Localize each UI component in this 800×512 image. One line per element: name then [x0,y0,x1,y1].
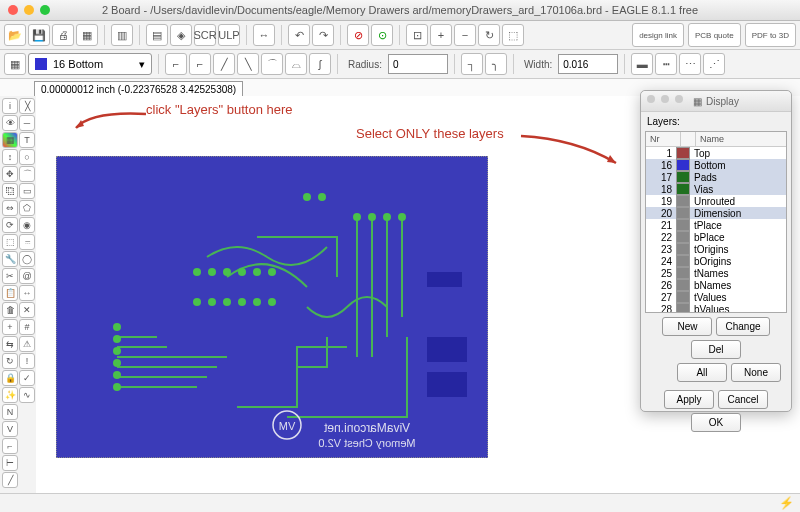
route-icon[interactable]: ╱ [2,472,18,488]
layer-row[interactable]: 17Pads [646,171,786,183]
wirestyle-1-icon[interactable]: ⌐ [165,53,187,75]
layer-row[interactable]: 18Vias [646,183,786,195]
split-icon[interactable]: ⊢ [2,455,18,471]
meander-icon[interactable]: ∿ [19,387,35,403]
radius-input[interactable]: 0 [388,54,448,74]
print-icon[interactable]: 🖨 [52,24,74,46]
info-icon[interactable]: i [2,98,18,114]
close-icon[interactable] [8,5,18,15]
cam-icon[interactable]: ▦ [76,24,98,46]
style-3-icon[interactable]: ⋯ [679,53,701,75]
miter-2-icon[interactable]: ╮ [485,53,507,75]
wirestyle-4-icon[interactable]: ╲ [237,53,259,75]
smash-icon[interactable]: ✨ [2,387,18,403]
cut-icon[interactable]: ✂ [2,268,18,284]
wire-icon[interactable]: ─ [19,115,35,131]
del-button[interactable]: Del [691,340,741,359]
go-icon[interactable]: ⊙ [371,24,393,46]
new-button[interactable]: New [662,317,712,336]
cancel-icon[interactable]: ⊘ [347,24,369,46]
layer-row[interactable]: 23tOrigins [646,243,786,255]
designlink-button[interactable]: design link [632,23,684,47]
paste-icon[interactable]: 📋 [2,285,18,301]
layer-list[interactable]: NrName 1Top16Bottom17Pads18Vias19Unroute… [645,131,787,313]
pinswap-icon[interactable]: ⇆ [2,336,18,352]
move-icon[interactable]: ✥ [2,166,18,182]
board-icon[interactable]: ▥ [111,24,133,46]
miter-tool-icon[interactable]: ⌐ [2,438,18,454]
style-1-icon[interactable]: ▬ [631,53,653,75]
library-icon[interactable]: ◈ [170,24,192,46]
circle-icon[interactable]: ○ [19,149,35,165]
schematic-icon[interactable]: ↔ [253,24,275,46]
mirror-icon[interactable]: ⇔ [2,200,18,216]
copy-icon[interactable]: ⿻ [2,183,18,199]
layer-row[interactable]: 25tNames [646,267,786,279]
dimension-icon[interactable]: ↔ [19,285,35,301]
via-icon[interactable]: ◉ [19,217,35,233]
arc-icon[interactable]: ⌒ [19,166,35,182]
apply-button[interactable]: Apply [664,390,714,409]
zoom-in-icon[interactable]: + [430,24,452,46]
layer-row[interactable]: 21tPlace [646,219,786,231]
script-icon[interactable]: SCR [194,24,216,46]
value-icon[interactable]: V [2,421,18,437]
ok-button[interactable]: OK [691,413,741,432]
layer-row[interactable]: 22bPlace [646,231,786,243]
grid-icon[interactable]: ▦ [4,53,26,75]
rect-icon[interactable]: ▭ [19,183,35,199]
polygon-icon[interactable]: ⬠ [19,200,35,216]
wirestyle-3-icon[interactable]: ╱ [213,53,235,75]
none-button[interactable]: None [731,363,781,382]
delete-icon[interactable]: 🗑 [2,302,18,318]
wirestyle-6-icon[interactable]: ⌓ [285,53,307,75]
mark-icon[interactable]: ↕ [2,149,18,165]
ratsnest-icon[interactable]: ✕ [19,302,35,318]
lock-icon[interactable]: 🔒 [2,370,18,386]
zoom-fit-icon[interactable]: ⊡ [406,24,428,46]
open-icon[interactable]: 📂 [4,24,26,46]
layer-row[interactable]: 27tValues [646,291,786,303]
layer-row[interactable]: 1Top [646,147,786,159]
replace-icon[interactable]: ↻ [2,353,18,369]
layer-row[interactable]: 26bNames [646,279,786,291]
dialog-close-icon[interactable] [647,95,655,103]
redo-icon[interactable]: ↷ [312,24,334,46]
text-icon[interactable]: T [19,132,35,148]
width-input[interactable]: 0.016 [558,54,618,74]
group-icon[interactable]: ⬚ [2,234,18,250]
auto-icon[interactable]: # [19,319,35,335]
pcbquote-button[interactable]: PCB quote [688,23,741,47]
add-icon[interactable]: + [2,319,18,335]
layer-row[interactable]: 16Bottom [646,159,786,171]
layer-row[interactable]: 28bValues [646,303,786,313]
drc-icon[interactable]: ✓ [19,370,35,386]
layers-button[interactable]: ▦ [2,132,18,148]
layer-dropdown[interactable]: 16 Bottom ▾ [28,53,152,75]
signal-icon[interactable]: ⎓ [19,234,35,250]
wirestyle-7-icon[interactable]: ∫ [309,53,331,75]
undo-icon[interactable]: ↶ [288,24,310,46]
zoom-select-icon[interactable]: ⬚ [502,24,524,46]
show-icon[interactable]: 👁 [2,115,18,131]
style-2-icon[interactable]: ┅ [655,53,677,75]
layer-row[interactable]: 20Dimension [646,207,786,219]
ripup-icon[interactable]: ╳ [19,98,35,114]
zoom-redraw-icon[interactable]: ↻ [478,24,500,46]
layer-row[interactable]: 19Unrouted [646,195,786,207]
change-button[interactable]: Change [716,317,769,336]
wirestyle-2-icon[interactable]: ⌐ [189,53,211,75]
cancel-button[interactable]: Cancel [718,390,768,409]
zoom-out-icon[interactable]: − [454,24,476,46]
minimize-icon[interactable] [24,5,34,15]
erc-icon[interactable]: ⚠ [19,336,35,352]
wirestyle-5-icon[interactable]: ⌒ [261,53,283,75]
change-icon[interactable]: 🔧 [2,251,18,267]
hole-icon[interactable]: ◯ [19,251,35,267]
name-icon[interactable]: N [2,404,18,420]
miter-1-icon[interactable]: ┐ [461,53,483,75]
error-icon[interactable]: ! [19,353,35,369]
zoom-icon[interactable] [40,5,50,15]
save-icon[interactable]: 💾 [28,24,50,46]
rotate-icon[interactable]: ⟳ [2,217,18,233]
